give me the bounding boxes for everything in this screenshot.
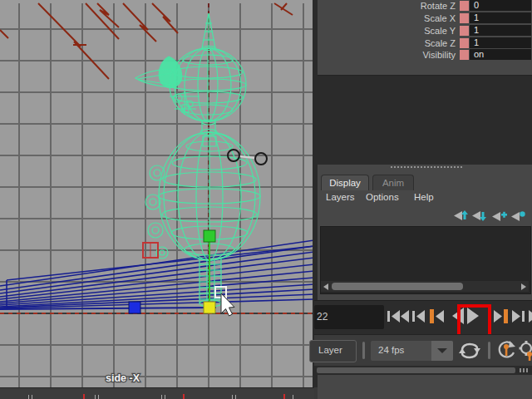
channel-value: 1	[474, 37, 479, 47]
key-square-blue	[129, 302, 140, 313]
horizontal-scrollbar[interactable]	[321, 281, 529, 292]
playback-loop-icon[interactable]	[457, 341, 482, 361]
channel-value: 1	[474, 25, 479, 35]
timeline-tick	[161, 395, 162, 399]
scrollbar-thumb[interactable]	[332, 283, 463, 290]
channel-label: Visibility	[318, 50, 456, 60]
playback-controls: 22	[314, 300, 532, 335]
channel-row: Visibility on	[318, 49, 532, 61]
channel-value: 1	[474, 12, 479, 22]
maya-window: { "viewport": { "view_label": "side -X",…	[0, 0, 532, 399]
key-square-yellow	[204, 302, 215, 313]
channel-label: Scale X	[318, 13, 456, 23]
channel-value: 0	[474, 0, 479, 10]
separator	[488, 342, 490, 359]
timeline-tick	[293, 395, 293, 399]
current-frame-value: 22	[317, 311, 328, 323]
channel-row: Rotate Z 0	[318, 0, 532, 12]
chevron-down-icon[interactable]	[431, 341, 453, 361]
channel-field[interactable]: 1	[470, 12, 531, 23]
menu-help[interactable]: Help	[414, 192, 434, 202]
current-frame-field[interactable]: 22	[314, 305, 384, 329]
separator	[362, 342, 365, 359]
tab-display[interactable]: Display	[321, 175, 369, 190]
channel-field[interactable]: 0	[470, 0, 531, 11]
scroll-left-icon[interactable]	[323, 283, 328, 290]
channel-row: Scale X 1	[318, 12, 532, 24]
timeline-tick	[28, 395, 29, 399]
timeline-tick	[98, 395, 99, 399]
create-layer-from-selected-icon[interactable]	[510, 209, 526, 222]
step-back-key-button[interactable]	[430, 308, 448, 324]
timeline-tick	[165, 395, 165, 399]
view-label: side -X	[106, 372, 140, 384]
channel-field[interactable]: 1	[470, 25, 531, 36]
keyed-swatch	[460, 38, 469, 48]
viewport-scene: side -X	[0, 0, 314, 387]
timeline-tick	[95, 395, 96, 399]
channel-label: Rotate Z	[318, 1, 456, 11]
channel-row: Scale Y 1	[318, 25, 532, 37]
panel-splitter-handle[interactable]	[391, 166, 462, 168]
channel-field[interactable]: 1	[470, 37, 531, 48]
animation-preferences-gear-icon[interactable]	[519, 340, 532, 362]
channel-field[interactable]: on	[470, 49, 531, 60]
go-to-start-button[interactable]	[387, 308, 410, 324]
create-empty-layer-icon[interactable]	[490, 209, 507, 222]
timeline-tick	[232, 395, 233, 399]
anim-layer-label: Layer	[318, 345, 342, 355]
channel-box-graph-area	[318, 75, 532, 165]
tab-anim[interactable]: Anim	[372, 175, 414, 190]
move-layer-up-icon[interactable]	[452, 209, 469, 222]
keyed-swatch	[460, 50, 469, 60]
channel-label: Scale Z	[318, 38, 456, 48]
move-layer-down-icon[interactable]	[470, 209, 487, 222]
selected-control-green	[204, 230, 215, 242]
range-slider[interactable]	[314, 366, 532, 375]
channel-row: Scale Z 1	[318, 37, 532, 49]
auto-keyframe-icon[interactable]	[495, 340, 517, 362]
fps-value: 24 fps	[378, 345, 404, 355]
channel-value: on	[474, 49, 484, 59]
range-handle-mark	[526, 368, 528, 372]
range-slider-bar[interactable]	[317, 367, 515, 373]
time-slider[interactable]	[0, 387, 314, 399]
viewport-3d[interactable]: side -X	[0, 0, 314, 387]
step-forward-key-button[interactable]	[490, 308, 508, 324]
scroll-right-icon[interactable]	[521, 283, 526, 290]
go-to-end-button[interactable]	[528, 308, 532, 324]
keyed-swatch	[460, 13, 469, 23]
menu-options[interactable]: Options	[366, 192, 399, 202]
timeline-tick	[235, 395, 236, 399]
range-handle-mark	[523, 368, 525, 372]
range-handle-mark	[520, 368, 521, 372]
menu-layers[interactable]: Layers	[326, 192, 355, 202]
fps-dropdown[interactable]: 24 fps	[371, 341, 453, 361]
timeline-tick	[32, 395, 32, 399]
step-back-frame-button[interactable]	[412, 308, 426, 324]
anim-layer-button[interactable]: Layer	[309, 340, 357, 362]
keyframe-tick-red	[183, 394, 185, 399]
channel-label: Scale Y	[318, 26, 456, 36]
keyframe-tick-red	[283, 394, 285, 399]
step-forward-frame-button[interactable]	[510, 308, 525, 324]
keyframe-tick-red	[83, 394, 85, 399]
anim-options-row: Layer 24 fps	[314, 334, 532, 367]
keyed-swatch	[460, 1, 469, 11]
keyed-swatch	[460, 26, 469, 36]
